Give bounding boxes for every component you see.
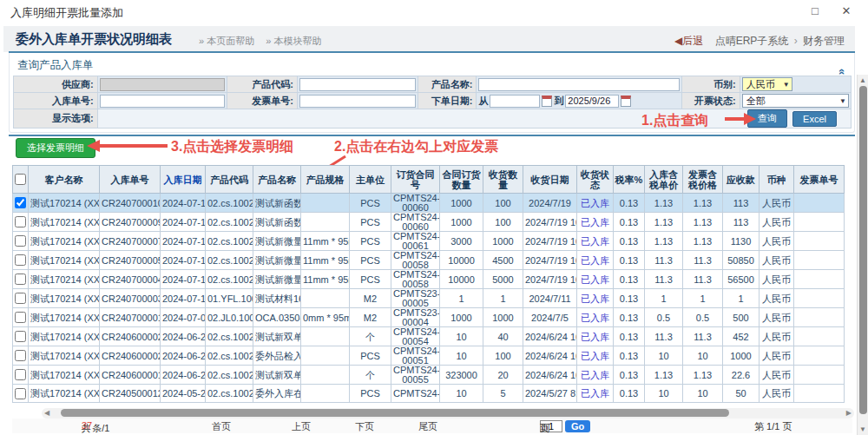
date-from-input[interactable] (490, 95, 540, 108)
row-checkbox[interactable] (15, 254, 26, 266)
row-checkbox[interactable] (15, 274, 26, 285)
cell-invoice-price: 1.13 (683, 232, 723, 251)
select-all-checkbox[interactable] (15, 174, 26, 185)
row-checkbox[interactable] (15, 197, 26, 208)
horizontal-scroll-thumb[interactable] (61, 409, 729, 417)
row-checkbox[interactable] (15, 369, 26, 380)
cell-contract-qty: 1000 (440, 213, 483, 232)
scroll-down-icon[interactable]: ▼ (858, 425, 868, 433)
window-title: 入库明细开票批量添加 (10, 5, 123, 21)
row-checkbox[interactable] (15, 350, 26, 361)
col-header-inbound-date[interactable]: 入库日期 (161, 166, 206, 194)
col-header-product-code: 产品代码 (206, 166, 253, 194)
supplier-input[interactable] (100, 78, 226, 91)
row-checkbox[interactable] (15, 216, 26, 227)
cell-main-unit: PCS (350, 270, 391, 289)
cell-order-contract-no: CPMTS24-00060 (391, 194, 440, 213)
cell-product-spec (301, 194, 350, 213)
product-name-input[interactable] (478, 78, 679, 91)
cell-customer-name: 测试170214 (XX) (29, 194, 100, 213)
row-checkbox[interactable] (15, 388, 26, 399)
back-link[interactable]: ◀后退 (674, 35, 703, 47)
breadcrumb-separator: › (794, 35, 798, 47)
cell-customer-name: 测试170214 (XX) (29, 385, 100, 403)
cell-receivable: 500 (723, 308, 760, 327)
chevron-down-icon: ▼ (839, 97, 846, 105)
cell-product-name: 委外品检入途 (253, 346, 301, 366)
cell-product-code: 02.cs.100246 (206, 251, 253, 270)
close-icon[interactable]: ✕ (838, 4, 854, 17)
collapse-panel-icon[interactable]: « (836, 69, 849, 75)
cell-received-date: 2024/7/19 10 (523, 270, 577, 289)
invoice-status-select[interactable]: 全部 ▼ (742, 94, 849, 108)
breadcrumb-section[interactable]: 财务管理 (803, 35, 845, 47)
go-button[interactable]: Go (565, 420, 590, 432)
cell-order-contract-no: CPMTS24-00054 (391, 327, 440, 346)
annotation-arrow-left (87, 139, 168, 153)
row-checkbox[interactable] (15, 235, 26, 247)
cell-receivable: 1 (723, 289, 760, 308)
cell-customer-name: 测试170214 (XX) (29, 308, 100, 327)
last-page-link[interactable]: 尾页 (418, 420, 437, 433)
cell-invoice-no (794, 232, 845, 251)
col-header-product-spec: 产品规格 (301, 166, 350, 194)
first-page-link[interactable]: 首页 (212, 420, 231, 433)
cell-currency: 人民币 (760, 270, 794, 289)
product-code-input[interactable] (299, 78, 417, 91)
scroll-left-icon[interactable]: ◀ (44, 409, 49, 417)
cell-product-spec (301, 346, 350, 366)
scroll-up-icon[interactable]: ▲ (858, 76, 868, 84)
cell-product-code: 02.cs.100241 (206, 213, 253, 232)
cell-customer-name: 测试170214 (XX) (29, 289, 100, 308)
cell-received-qty: 100 (483, 194, 523, 213)
invoice-no-input[interactable] (299, 95, 417, 108)
col-header-product-name: 产品名称 (253, 166, 301, 194)
cell-invoice-no (794, 251, 845, 270)
cell-invoice-price: 11.3 (683, 251, 723, 270)
table-row: 测试170214 (XX)CR2407000012024-07-0502.JL0… (13, 308, 845, 327)
inbound-no-input[interactable] (100, 95, 226, 108)
currency-select[interactable]: 人民币 ▼ (742, 77, 792, 91)
page-help-link[interactable]: » 本页面帮助 (199, 36, 254, 46)
calendar-icon[interactable] (621, 96, 631, 107)
goto-page-unit: 页 (540, 422, 549, 435)
prev-page-link[interactable]: 上页 (292, 420, 311, 433)
cell-receivable: 50850 (723, 251, 760, 270)
cell-product-spec (301, 213, 350, 232)
calendar-icon[interactable] (542, 96, 552, 107)
cell-inbound-unit-price: 11.3 (645, 327, 683, 346)
cell-currency: 人民币 (760, 213, 794, 232)
cell-product-code: 01.YFL.10000 (206, 289, 253, 308)
module-help-link[interactable]: » 本模块帮助 (266, 36, 321, 46)
cell-order-contract-no: CPMTS23-00004 (391, 308, 440, 327)
row-checkbox[interactable] (15, 312, 26, 323)
cell-inbound-date: 2024-07-19 (161, 194, 206, 213)
cell-customer-name: 测试170214 (XX) (29, 251, 100, 270)
vertical-scroll-thumb[interactable] (859, 86, 867, 414)
select-invoice-detail-button[interactable]: 选择发票明细 (16, 138, 95, 158)
cell-inbound-no: CR240700003 (100, 289, 161, 308)
excel-button[interactable]: Excel (792, 111, 837, 127)
cell-contract-qty: 10000 (440, 270, 483, 289)
col-header-receivable: 应收款 (723, 166, 760, 194)
cell-received-status: 已入库 (577, 289, 614, 308)
scroll-right-icon[interactable]: ▶ (846, 409, 852, 417)
cell-order-contract-no: CPMTS23-00005 (391, 289, 440, 308)
horizontal-scrollbar[interactable]: ◀ ▶ (42, 408, 854, 419)
cell-receivable: 22.6 (723, 366, 760, 385)
cell-product-code: 02.cs.100246 (206, 232, 253, 251)
row-checkbox[interactable] (15, 293, 26, 304)
table-row: 测试170214 (XX)CR2407000092024-07-1902.cs.… (13, 213, 845, 232)
vertical-scrollbar[interactable]: ▲ ▼ (857, 75, 868, 435)
cell-tax-rate: 0.13 (614, 346, 645, 366)
currency-label: 币别: (682, 76, 740, 92)
row-checkbox[interactable] (15, 331, 26, 342)
maximize-icon[interactable]: □ (807, 4, 823, 17)
cell-currency: 人民币 (760, 308, 794, 327)
cell-received-qty: 1 (483, 289, 523, 308)
date-to-input[interactable] (565, 95, 619, 108)
next-page-link[interactable]: 下页 (355, 420, 374, 433)
cell-invoice-price: 11.3 (683, 327, 723, 346)
breadcrumb-system[interactable]: 点晴ERP子系统 (715, 35, 789, 47)
row-select-cell (13, 327, 29, 346)
